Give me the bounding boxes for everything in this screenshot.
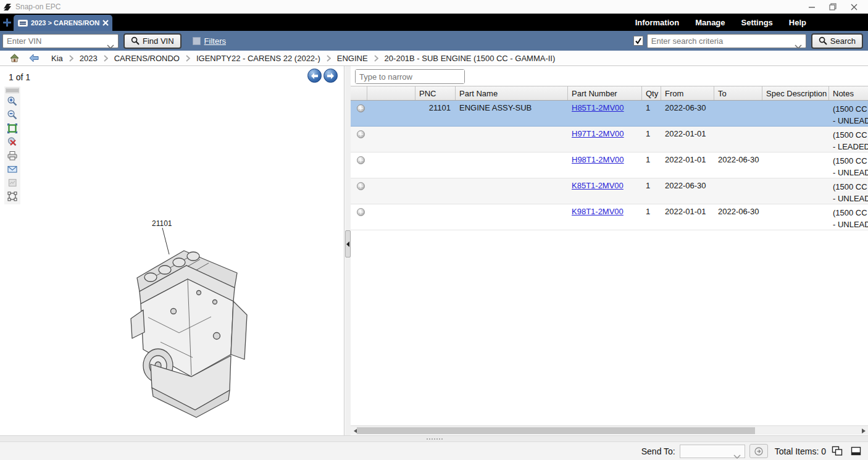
send-go-button[interactable] <box>749 444 768 458</box>
cell-to: 2022-06-30 <box>714 153 762 178</box>
send-to-combobox[interactable] <box>680 445 745 458</box>
image-toolbar <box>4 86 20 204</box>
expand-row-icon[interactable] <box>357 182 365 190</box>
table-row[interactable]: H98T1-2MV00 1 2022-01-01 2022-06-30 (150… <box>351 153 868 178</box>
col-pnc[interactable]: PNC <box>415 86 456 100</box>
breadcrumb-item-group[interactable]: ENGINE <box>337 54 368 63</box>
restore-icon[interactable] <box>822 0 843 14</box>
table-row[interactable]: H97T1-2MV00 1 2022-01-01 (1500 CC- LEADE… <box>351 127 868 153</box>
col-part-name[interactable]: Part Name <box>456 86 568 100</box>
vin-combobox[interactable] <box>2 34 119 48</box>
print-icon[interactable] <box>6 149 19 161</box>
filters-link[interactable]: Filters <box>204 36 226 46</box>
chevron-right-icon <box>104 55 108 62</box>
tab-close-icon[interactable] <box>102 20 109 26</box>
expand-row-icon[interactable] <box>357 104 365 112</box>
chevron-right-icon <box>327 55 331 62</box>
go-arrow-icon <box>754 447 763 456</box>
part-callout[interactable]: 21101 <box>152 219 172 254</box>
illustration-panel: 1 of 1 <box>0 66 344 435</box>
cell-qty: 1 <box>642 101 661 127</box>
zoom-in-icon[interactable] <box>6 95 19 107</box>
cell-pnc <box>415 204 456 230</box>
filters-checkbox[interactable] <box>193 37 201 45</box>
narrow-filter[interactable] <box>355 69 465 84</box>
criteria-combobox[interactable] <box>647 34 806 48</box>
breadcrumb-item-year[interactable]: 2023 <box>80 54 98 63</box>
col-from[interactable]: From <box>661 86 714 100</box>
search-button[interactable]: Search <box>811 33 863 49</box>
breadcrumb-item-make[interactable]: Kia <box>51 54 63 63</box>
search-icon <box>131 36 140 45</box>
vin-input[interactable] <box>3 35 118 48</box>
scrollbar-thumb[interactable] <box>357 427 755 434</box>
marquee-zoom-icon[interactable] <box>6 190 19 202</box>
toolbar-grip-handle[interactable] <box>6 88 19 93</box>
close-icon[interactable] <box>843 0 864 14</box>
chevron-down-icon[interactable] <box>733 450 741 460</box>
table-row[interactable]: 21101 ENGINE ASSY-SUB H85T1-2MV00 1 2022… <box>351 101 868 127</box>
chevron-down-icon[interactable] <box>107 40 114 51</box>
cell-spec <box>762 178 829 204</box>
cell-from: 2022-06-30 <box>661 101 714 127</box>
minimize-icon[interactable] <box>801 0 822 14</box>
back-arrow-icon[interactable] <box>29 54 39 62</box>
collapse-panel-icon[interactable] <box>345 230 351 257</box>
breadcrumb-item-model[interactable]: CARENS/RONDO <box>114 54 180 63</box>
criteria-checkbox[interactable] <box>633 36 643 46</box>
new-tab-icon[interactable] <box>0 15 14 30</box>
fit-to-window-icon[interactable] <box>6 122 19 134</box>
col-to[interactable]: To <box>714 86 762 100</box>
chevron-right-icon <box>69 55 73 62</box>
col-qty[interactable]: Qty <box>642 86 661 100</box>
breadcrumb-item-section[interactable]: 20-201B - SUB ENGINE (1500 CC - GAMMA-II… <box>385 54 556 63</box>
title-bar: Snap-on EPC <box>0 0 868 14</box>
col-notes[interactable]: Notes <box>829 86 868 100</box>
export-icon[interactable] <box>6 177 19 188</box>
total-items-label: Total Items: 0 <box>775 446 826 456</box>
single-window-icon[interactable] <box>849 445 863 458</box>
expand-row-icon[interactable] <box>357 130 365 138</box>
panel-splitter[interactable] <box>345 66 351 435</box>
expand-row-icon[interactable] <box>357 208 365 216</box>
zoom-out-icon[interactable] <box>6 109 19 120</box>
table-row[interactable]: K98T1-2MV00 1 2022-01-01 2022-06-30 (150… <box>351 204 868 230</box>
table-row[interactable]: K85T1-2MV00 1 2022-06-30 (1500 CC- UNLEA… <box>351 178 868 204</box>
cell-pnc <box>415 153 456 178</box>
menu-settings[interactable]: Settings <box>741 18 773 27</box>
multi-window-icon[interactable] <box>830 445 845 458</box>
chevron-down-icon[interactable] <box>795 40 802 51</box>
part-number-link[interactable]: H98T1-2MV00 <box>572 155 624 164</box>
prev-page-icon[interactable] <box>307 69 322 83</box>
menu-manage[interactable]: Manage <box>695 18 725 27</box>
expand-row-icon[interactable] <box>357 156 365 164</box>
breadcrumb: Kia 2023 CARENS/RONDO IGENPTY22 - CARENS… <box>0 51 868 66</box>
criteria-input[interactable] <box>648 35 806 48</box>
cell-blank <box>367 178 415 204</box>
col-spec[interactable]: Spec Description <box>762 86 829 100</box>
part-number-link[interactable]: H85T1-2MV00 <box>572 103 624 112</box>
search-bar: Find VIN Filters Search <box>0 31 868 51</box>
cell-notes: (1500 CC- LEADED <box>829 127 868 153</box>
part-number-link[interactable]: K98T1-2MV00 <box>572 207 624 216</box>
cell-pnc <box>415 127 456 153</box>
menu-help[interactable]: Help <box>789 18 806 27</box>
scroll-right-icon[interactable] <box>859 427 867 435</box>
zoom-reset-icon[interactable] <box>6 136 19 148</box>
part-number-link[interactable]: K85T1-2MV00 <box>572 181 624 190</box>
tab-active[interactable]: 2023 > CARENS/ROND... <box>14 15 112 31</box>
col-blank[interactable] <box>367 86 415 100</box>
email-icon[interactable] <box>6 163 19 175</box>
cell-part-name: ENGINE ASSY-SUB <box>456 101 568 127</box>
col-expander[interactable] <box>351 86 367 100</box>
col-part-number[interactable]: Part Number <box>568 86 642 100</box>
next-page-icon[interactable] <box>323 69 338 83</box>
resize-grip-handle[interactable] <box>426 438 443 441</box>
cell-part-name <box>456 204 568 230</box>
breadcrumb-item-catalog[interactable]: IGENPTY22 - CARENS 22 (2022-) <box>196 54 320 63</box>
narrow-input[interactable] <box>356 70 464 83</box>
find-vin-button[interactable]: Find VIN <box>123 33 182 49</box>
menu-information[interactable]: Information <box>635 18 680 27</box>
part-number-link[interactable]: H97T1-2MV00 <box>572 129 624 138</box>
home-icon[interactable] <box>10 54 19 62</box>
